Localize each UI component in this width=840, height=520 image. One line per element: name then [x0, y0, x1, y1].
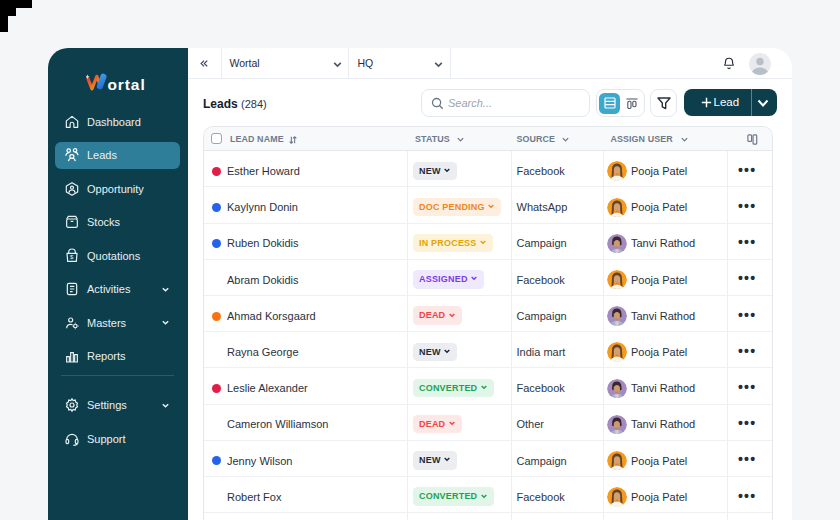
svg-text:ortal: ortal	[107, 76, 145, 93]
svg-text:$: $	[70, 254, 74, 260]
